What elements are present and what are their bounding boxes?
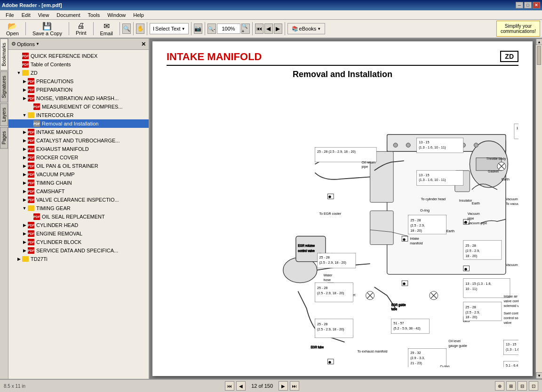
pdf-icon-oil-seal: PDF bbox=[33, 213, 40, 220]
first-page-button[interactable]: ⏮ bbox=[225, 381, 234, 391]
sidebar-item-timing-gear[interactable]: ▼ TIMING GEAR bbox=[8, 204, 149, 212]
ebooks-button[interactable]: 📚 eBooks ▼ bbox=[287, 23, 326, 34]
pdf-icon-precautions: PDF bbox=[27, 78, 35, 85]
sidebar-item-td27ti[interactable]: ▶ TD27Ti bbox=[8, 255, 149, 263]
status-btn-4[interactable]: ⊡ bbox=[529, 381, 538, 391]
sidebar-item-timing-chain[interactable]: ▶ PDF TIMING CHAIN bbox=[8, 179, 149, 187]
sidebar-item-nvh[interactable]: ▶ PDF NOISE, VIBRATION AND HARSH... bbox=[8, 94, 149, 102]
menu-file[interactable]: File bbox=[2, 11, 18, 19]
expander-vacuum: ▶ bbox=[22, 172, 27, 177]
svg-text:18 - 20): 18 - 20) bbox=[410, 228, 422, 233]
expander-oil-seal bbox=[27, 214, 33, 220]
expander-moc bbox=[27, 104, 33, 110]
print-icon: 🖨 bbox=[77, 22, 85, 30]
next-page-toolbar-button[interactable]: ▶ bbox=[274, 24, 282, 34]
pdf-icon-exhaust: PDF bbox=[27, 146, 35, 152]
hand-tool-button[interactable]: ✋ bbox=[136, 24, 144, 34]
svg-text:13 - 15: 13 - 15 bbox=[419, 173, 429, 177]
sidebar-label-toc: Table of Contents bbox=[31, 62, 71, 67]
right-scrollbar[interactable]: ▲ ▼ bbox=[535, 39, 542, 379]
svg-text:(2.5 - 2.9,: (2.5 - 2.9, bbox=[465, 249, 480, 253]
save-copy-button[interactable]: 💾 Save a Copy bbox=[28, 21, 66, 37]
snapshot-button[interactable]: 📷 bbox=[194, 24, 202, 34]
email-button[interactable]: ✉ Email bbox=[96, 21, 118, 37]
scroll-up-button[interactable]: ▲ bbox=[536, 39, 542, 45]
svg-text:25 - 28: 25 - 28 bbox=[465, 305, 476, 309]
svg-text:21 - 23): 21 - 23) bbox=[410, 361, 422, 365]
sidebar-item-valve[interactable]: ▶ PDF VALVE CLEARANCE INSPECTIO... bbox=[8, 196, 149, 204]
svg-text:25 - 28: 25 - 28 bbox=[410, 218, 421, 222]
tab-pages[interactable]: Pages bbox=[0, 127, 8, 149]
menu-help[interactable]: Help bbox=[129, 11, 148, 19]
status-btn-1[interactable]: ⊕ bbox=[495, 381, 504, 391]
last-page-button[interactable]: ⏭ bbox=[290, 381, 299, 391]
pdf-content: INTAKE MANIFOLD ZD Removal and Installat… bbox=[152, 41, 533, 376]
sidebar-close-button[interactable]: ✕ bbox=[141, 41, 146, 47]
sidebar-item-vacuum[interactable]: ▶ PDF VACUUM PUMP bbox=[8, 170, 149, 179]
tab-signatures[interactable]: Signatures bbox=[0, 71, 8, 102]
sidebar-item-eng-removal[interactable]: ▶ PDF ENGINE REMOVAL bbox=[8, 229, 149, 238]
tab-bookmarks[interactable]: Bookmarks bbox=[0, 39, 8, 71]
menu-edit[interactable]: Edit bbox=[18, 11, 34, 19]
zoom-input[interactable] bbox=[217, 24, 240, 34]
next-page-button[interactable]: ▶ bbox=[279, 381, 288, 391]
menu-document[interactable]: Document bbox=[53, 11, 84, 19]
sidebar-item-oil-seal[interactable]: PDF OIL SEAL REPLACEMENT bbox=[8, 212, 149, 221]
menu-tools[interactable]: Tools bbox=[84, 11, 104, 19]
expander-cyl-head: ▶ bbox=[22, 222, 27, 228]
scroll-down-button[interactable]: ▼ bbox=[536, 372, 542, 379]
expander-intercooler: ▼ bbox=[22, 112, 27, 118]
expander-nvh: ▶ bbox=[22, 95, 27, 101]
toolbar-separator-5 bbox=[133, 22, 134, 35]
open-icon: 📂 bbox=[8, 22, 17, 31]
select-text-button[interactable]: Ⅰ Select Text ▼ bbox=[150, 23, 189, 34]
sidebar-item-service-data[interactable]: ▶ PDF SERVICE DATA AND SPECIFICA... bbox=[8, 246, 149, 255]
sidebar-item-oilpan[interactable]: ▶ PDF OIL PAN & OIL STRAINER bbox=[8, 162, 149, 170]
sidebar-item-cyl-block[interactable]: ▶ PDF CYLINDER BLOCK bbox=[8, 238, 149, 246]
svg-text:⊕: ⊕ bbox=[328, 360, 331, 364]
menu-window[interactable]: Window bbox=[104, 11, 129, 19]
svg-text:13 - 15 (1.3 - 1.6,: 13 - 15 (1.3 - 1.6, bbox=[465, 282, 491, 286]
sidebar-item-ri[interactable]: PDF Removal and Installation bbox=[8, 119, 149, 128]
search-button[interactable]: 🔍 bbox=[122, 24, 131, 34]
svg-text:manifold: manifold bbox=[410, 241, 422, 245]
sidebar-item-preparation[interactable]: ▶ PDF PREPARATION bbox=[8, 86, 149, 94]
menu-view[interactable]: View bbox=[34, 11, 53, 19]
svg-text:⊕: ⊕ bbox=[464, 267, 467, 271]
sidebar-item-precautions[interactable]: ▶ PDF PRECAUTIONS bbox=[8, 77, 149, 86]
maximize-button[interactable]: □ bbox=[524, 2, 532, 8]
status-btn-3[interactable]: ⊟ bbox=[518, 381, 527, 391]
sidebar-item-cyl-head[interactable]: ▶ PDF CYLINDER HEAD bbox=[8, 221, 149, 229]
sidebar-item-intake[interactable]: ▶ PDF INTAKE MANIFOLD bbox=[8, 128, 149, 136]
sidebar-item-moc[interactable]: PDF MEASUREMENT OF COMPRES... bbox=[8, 102, 149, 111]
open-button[interactable]: 📂 Open bbox=[2, 21, 23, 37]
zoom-in-button[interactable]: 🔍+ bbox=[241, 24, 250, 34]
zoom-out-button[interactable]: 🔍- bbox=[207, 24, 216, 34]
sidebar-item-quick-ref[interactable]: PDF QUICK REFERENCE INDEX bbox=[8, 52, 149, 60]
svg-text:51 - 57: 51 - 57 bbox=[393, 321, 404, 325]
scroll-track[interactable] bbox=[536, 45, 542, 372]
first-page-toolbar-button[interactable]: ⏮ bbox=[255, 24, 263, 34]
sidebar-options-button[interactable]: ⚙ Options ▼ bbox=[11, 41, 40, 47]
sidebar-item-camshaft[interactable]: ▶ PDF CAMSHAFT bbox=[8, 187, 149, 196]
close-button[interactable]: ✕ bbox=[533, 2, 540, 8]
prev-page-button[interactable]: ◀ bbox=[236, 381, 246, 391]
prev-page-toolbar-button[interactable]: ◀ bbox=[264, 24, 273, 34]
sidebar-item-catalyst[interactable]: ▶ PDF CATALYST AND TURBOCHARGE... bbox=[8, 136, 149, 145]
sidebar-item-rocker[interactable]: ▶ PDF ROCKER COVER bbox=[8, 153, 149, 162]
scroll-thumb[interactable] bbox=[537, 46, 541, 65]
minimize-button[interactable]: ─ bbox=[516, 2, 523, 8]
sidebar-item-toc[interactable]: PDF Table of Contents bbox=[8, 60, 149, 69]
status-btn-2[interactable]: ⊞ bbox=[506, 381, 516, 391]
content-area[interactable]: INTAKE MANIFOLD ZD Removal and Installat… bbox=[150, 39, 535, 379]
simplify-communications-banner[interactable]: Simplify your communications! bbox=[496, 21, 540, 37]
toolbar-separator-6 bbox=[147, 22, 147, 35]
sidebar-item-zd[interactable]: ▼ ZD bbox=[8, 69, 149, 77]
svg-text:(2.5 - 2.9,: (2.5 - 2.9, bbox=[465, 310, 480, 314]
sidebar-item-exhaust[interactable]: ▶ PDF EXHAUST MANIFOLD bbox=[8, 145, 149, 153]
sidebar-item-intercooler[interactable]: ▼ INTERCOOLER bbox=[8, 111, 149, 119]
print-button[interactable]: 🖨 Print bbox=[72, 21, 91, 37]
pdf-icon-cyl-head: PDF bbox=[27, 222, 35, 228]
toolbar-separator-4 bbox=[120, 22, 120, 35]
tab-layers[interactable]: Layers bbox=[0, 103, 8, 126]
